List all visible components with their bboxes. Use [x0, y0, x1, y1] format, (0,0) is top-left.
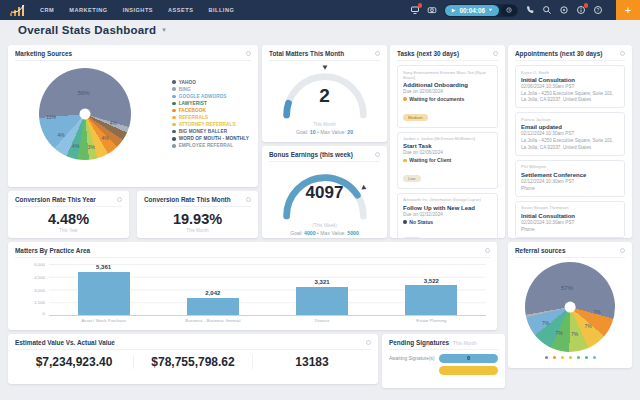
card-menu-icon[interactable] — [493, 51, 498, 56]
timer-pill[interactable]: 00:04:06 — [445, 5, 499, 16]
referral-sources-pie-chart[interactable]: 57% 7% 7% 7% 7% 7% — [525, 262, 615, 352]
task-due-date: Due on 02/06/2024 — [403, 150, 492, 155]
legend-item[interactable]: WORD OF MOUTH - MONTHLY — [172, 136, 249, 141]
bar-divorce[interactable] — [296, 287, 348, 315]
task-title: Additional Onboarding — [403, 82, 492, 88]
settings-target-icon[interactable] — [559, 5, 569, 15]
card-menu-icon[interactable] — [117, 197, 122, 202]
task-matter: Jordan v. Jordan [McKenzie McMatters] — [403, 136, 492, 141]
pie-slice-label: 56% — [78, 90, 90, 96]
legend-item[interactable]: GOOGLE ADWORDS — [172, 94, 249, 99]
legend-item[interactable]: YAHOO — [172, 80, 249, 85]
bar-value-label: 3,522 — [424, 278, 439, 284]
bar-value-label: 5,361 — [96, 264, 111, 270]
card-title: Conversion Rate This Month — [144, 196, 231, 203]
legend-item[interactable]: BING — [172, 87, 249, 92]
play-icon[interactable] — [451, 8, 456, 13]
appointment-title: Initial Consultation — [521, 77, 619, 83]
appointment-datetime: 02/06/2024 10:30am PST — [521, 84, 619, 89]
max-value[interactable]: 20 — [347, 129, 353, 135]
legend-item[interactable]: EMPLOYEE REFERRAL — [172, 143, 249, 148]
card-menu-icon[interactable] — [375, 51, 380, 56]
appointment-datetime: 02/12/2024 10:30am PST — [521, 179, 619, 184]
card-menu-icon[interactable] — [620, 248, 625, 253]
search-icon[interactable] — [542, 5, 552, 15]
task-status: Waiting for documents — [409, 96, 464, 102]
pie-slice-label: 7% — [571, 331, 578, 337]
card-total-matters: Total Matters This Month 2 This Month Go… — [262, 45, 387, 142]
appointment-contact: Susan Reagan Thompson — [521, 205, 619, 210]
card-menu-icon[interactable] — [246, 197, 251, 202]
app-logo-icon[interactable] — [10, 4, 26, 17]
appointment-item[interactable]: Karen O. Smith Initial Consultation 02/0… — [515, 65, 625, 108]
referral-legend-strip[interactable] — [545, 356, 596, 359]
pie-slice-label: 4% — [110, 120, 117, 126]
bar-estate-planning[interactable] — [405, 285, 457, 315]
goal-value[interactable]: 10 — [310, 129, 316, 135]
card-referral-sources: Referral sources 57% 7% 7% 7% 7% 7% — [508, 242, 632, 368]
appointment-item[interactable]: Phil Millington Settlement Conference 02… — [515, 160, 625, 197]
card-title: Estimated Value Vs. Actual Value — [15, 339, 115, 346]
help-icon[interactable]: ? — [593, 5, 603, 15]
appointment-location: La Jolla - 4250 Executive Square, Suite … — [521, 91, 619, 104]
legend-item[interactable]: ATTORNEY REFERRALS — [172, 122, 249, 127]
appointment-contact: Karen O. Smith — [521, 70, 619, 75]
conversion-month-sublabel: This Month — [144, 228, 251, 233]
task-item[interactable]: Jordan v. Jordan [McKenzie McMatters] St… — [397, 132, 498, 189]
timer-extra-chip[interactable] — [501, 5, 517, 16]
appointment-title: Initial Consultation — [521, 213, 619, 219]
phone-icon[interactable] — [525, 5, 535, 15]
card-menu-icon[interactable] — [366, 340, 371, 345]
goal-value[interactable]: 4000 — [304, 230, 316, 236]
navbar-actions: 00:04:06 — [410, 0, 640, 20]
nav-marketing[interactable]: MARKETING — [69, 7, 107, 13]
legend-item[interactable]: REFERRALS — [172, 115, 249, 120]
card-matters-by-practice-area: Matters By Practice Area 6,000 4,500 3,0… — [8, 242, 497, 330]
legend-item[interactable]: BIG MONEY BALLER — [172, 129, 249, 134]
nav-billing[interactable]: BILLING — [208, 7, 234, 13]
card-menu-icon[interactable] — [375, 152, 380, 157]
legend-item[interactable]: LAWYERIST — [172, 101, 249, 106]
bar-chart-plot: 6,000 4,500 3,000 1,500 0 5,361 2,042 3,… — [49, 264, 486, 316]
nav-insights[interactable]: INSIGHTS — [123, 7, 153, 13]
priority-badge: Medium — [403, 114, 428, 121]
legend-item[interactable]: FACEBOOK — [172, 108, 249, 113]
card-menu-icon[interactable] — [485, 248, 490, 253]
card-appointments: Appointments (next 30 days) Karen O. Smi… — [508, 45, 632, 238]
partially-visible-bar[interactable] — [439, 366, 498, 375]
appointment-item[interactable]: Patricia Jackson Email updated 02/12/202… — [515, 112, 625, 155]
task-item[interactable]: Ainsworth Inc. (Information Storage Laps… — [397, 193, 498, 238]
y-axis-tick: 0 — [17, 311, 45, 316]
bonus-earnings-gauge[interactable]: 4097 — [277, 166, 373, 222]
bar-asset-stock-purchase[interactable] — [78, 272, 130, 316]
task-item[interactable]: Sony Entertainment Extreme Mass Tort [Ry… — [397, 65, 498, 128]
y-axis-tick: 6,000 — [17, 262, 45, 267]
marketing-sources-pie-chart[interactable]: 56% 11% 4% 4% 3% 4% 4% — [39, 68, 131, 160]
main-nav: CRM MARKETING INSIGHTS ASSETS BILLING — [40, 7, 234, 13]
bar-business-general[interactable] — [187, 298, 239, 315]
count-value: 13183 — [252, 355, 371, 369]
card-title: Matters By Practice Area — [15, 247, 90, 254]
card-menu-icon[interactable] — [246, 51, 251, 56]
task-status: Waiting for Client — [409, 157, 451, 163]
pending-bar[interactable]: 0 — [439, 354, 498, 363]
nav-crm[interactable]: CRM — [40, 7, 54, 13]
max-value[interactable]: 5000 — [347, 230, 359, 236]
info-icon[interactable] — [576, 5, 586, 15]
alerts-badge — [584, 3, 589, 8]
task-title: Follow Up with New Lead — [403, 205, 492, 211]
pie-slice-label: 7% — [593, 309, 600, 315]
monitor-icon[interactable] — [410, 5, 420, 15]
y-axis-tick: 4,500 — [17, 275, 45, 280]
nav-assets[interactable]: ASSETS — [168, 7, 193, 13]
chevron-down-icon[interactable] — [488, 8, 493, 12]
card-menu-icon[interactable] — [620, 51, 625, 56]
title-chevron-down-icon[interactable]: ▾ — [162, 26, 166, 34]
appointment-item[interactable]: Susan Reagan Thompson Initial Consultati… — [515, 201, 625, 238]
total-matters-gauge[interactable]: 2 — [277, 65, 373, 121]
timer-value: 00:04:06 — [459, 7, 485, 14]
add-button[interactable]: + — [616, 0, 640, 20]
pie-slice-label: 4% — [72, 143, 79, 149]
appointment-location: Phone — [521, 227, 619, 234]
camera-icon[interactable] — [427, 5, 437, 15]
